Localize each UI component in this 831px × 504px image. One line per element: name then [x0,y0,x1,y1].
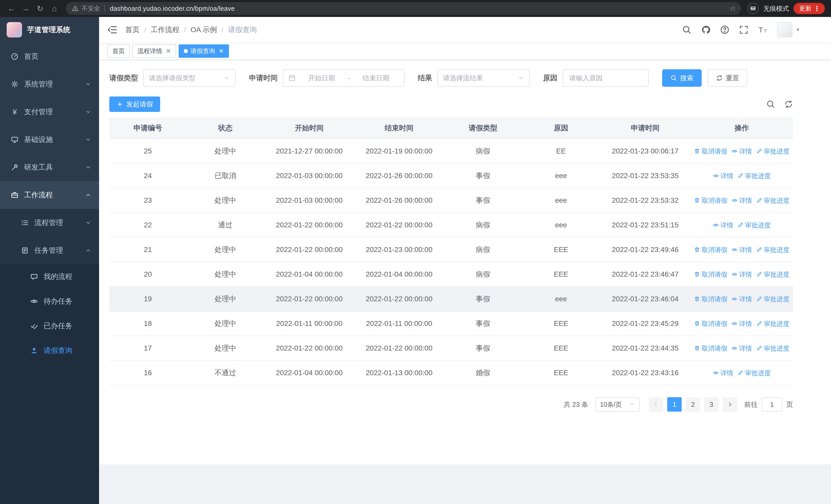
progress-action-link[interactable]: 审批进度 [756,147,790,155]
cell-end-time: 2022-01-11 00:00:00 [354,320,444,328]
page-size-select[interactable]: 10条/页 [595,397,639,412]
forward-button[interactable]: → [19,1,33,16]
table-row[interactable]: 16不通过2022-01-04 00:00:002022-01-13 00:00… [109,361,793,385]
reload-button[interactable]: ↻ [33,1,47,16]
table-row[interactable]: 19处理中2022-01-22 00:00:002022-01-22 00:00… [109,287,793,312]
detail-action-link[interactable]: 详情 [732,196,752,205]
sidebar-item-todo-tasks[interactable]: 待办任务 [0,289,99,314]
progress-action-link[interactable]: 审批进度 [737,221,771,230]
page-button-3[interactable]: 3 [704,397,719,412]
cancel-action-link[interactable]: 取消请假 [694,270,727,279]
user-menu[interactable]: ▼ [777,22,800,37]
progress-action-link[interactable]: 审批进度 [756,344,790,353]
font-size-icon[interactable]: TT [758,25,767,34]
sidebar-item-my-process[interactable]: 我的流程 [0,264,99,289]
url-text[interactable]: dashboard.yudao.iocoder.cn/bpm/oa/leave [110,5,729,12]
close-icon[interactable]: ✕ [219,48,224,54]
sidebar-item-leave-query[interactable]: 请假查询 [0,338,99,363]
cancel-action-link[interactable]: 取消请假 [694,344,727,353]
back-button[interactable]: ← [4,1,19,16]
progress-action-link[interactable]: 审批进度 [756,295,790,303]
table-row[interactable]: 24已取消2022-01-03 00:00:002022-01-26 00:00… [109,164,793,188]
tab-process-detail[interactable]: 流程详情 ✕ [133,45,176,58]
prev-page-button[interactable] [649,397,663,412]
bookmark-star-icon[interactable]: ☆ [729,4,736,13]
cancel-action-link[interactable]: 取消请假 [694,295,727,303]
detail-action-link[interactable]: 详情 [732,270,752,279]
page-button-1[interactable]: 1 [667,397,682,412]
sidebar-item-done-tasks[interactable]: 已办任务 [0,314,99,338]
sidebar-item-home[interactable]: 首页 [0,42,99,70]
github-icon[interactable] [701,25,710,34]
breadcrumb-workflow[interactable]: 工作流程 [151,25,179,35]
sidebar-item-devtools[interactable]: 研发工具 [0,153,99,181]
leave-type-select[interactable]: 请选择请假类型 [143,69,236,87]
collapse-sidebar-icon[interactable] [107,25,118,35]
sidebar-item-task-management[interactable]: 任务管理 [0,237,99,264]
table-row[interactable]: 20处理中2022-01-04 00:00:002022-01-04 00:00… [109,262,793,287]
progress-action-link[interactable]: 审批进度 [737,172,771,180]
reset-button[interactable]: 重置 [708,69,747,87]
address-bar[interactable]: 不安全 dashboard.yudao.iocoder.cn/bpm/oa/le… [66,2,741,15]
progress-action-link[interactable]: 审批进度 [756,270,790,279]
eye-icon [732,197,738,204]
tag-view-bar: 首页 流程详情 ✕ 请假查询 ✕ [99,42,831,60]
table-row[interactable]: 18处理中2022-01-11 00:00:002022-01-11 00:00… [109,312,793,336]
search-icon[interactable] [682,25,691,34]
progress-action-link[interactable]: 审批进度 [756,196,790,205]
chevron-right-icon [727,402,733,407]
sidebar-item-workflow[interactable]: 工作流程 [0,181,99,209]
update-button[interactable]: 更新 ⋮ [794,3,825,14]
sidebar-item-process-management[interactable]: 流程管理 [0,209,99,237]
next-page-button[interactable] [723,397,737,412]
cell-apply-id: 23 [109,196,186,205]
page-button-2[interactable]: 2 [686,397,700,412]
tab-home[interactable]: 首页 [107,45,130,58]
table-row[interactable]: 17处理中2022-01-22 00:00:002022-01-22 00:00… [109,336,793,361]
tab-leave-query[interactable]: 请假查询 ✕ [179,45,229,58]
goto-page-input[interactable] [762,397,782,412]
search-button[interactable]: 搜索 [662,69,701,87]
home-button[interactable]: ⌂ [47,1,62,16]
table-row[interactable]: 25处理中2021-12-27 00:00:002022-01-19 00:00… [109,139,793,164]
detail-action-link[interactable]: 详情 [732,147,752,155]
cancel-action-link[interactable]: 取消请假 [694,245,727,254]
sidebar-item-infra[interactable]: 基础设施 [0,126,99,153]
detail-action-link[interactable]: 详情 [732,344,752,353]
refresh-table-icon[interactable] [784,100,793,109]
leave-table: 申请编号状态开始时间结束时间请假类型原因申请时间操作 25处理中2021-12-… [109,118,793,385]
detail-action-link[interactable]: 详情 [713,172,733,180]
table-row[interactable]: 22通过2022-01-22 00:00:002022-01-22 00:00:… [109,213,793,238]
detail-action-link[interactable]: 详情 [713,369,733,377]
progress-action-link[interactable]: 审批进度 [756,320,790,328]
cancel-action-link[interactable]: 取消请假 [694,196,727,205]
cancel-action-link[interactable]: 取消请假 [694,147,727,155]
result-select[interactable]: 请选择流结果 [437,69,530,87]
sidebar-item-system[interactable]: 系统管理 [0,70,99,98]
sidebar-item-payment[interactable]: ¥ 支付管理 [0,98,99,126]
leave-type-label: 请假类型 [109,73,138,83]
close-icon[interactable]: ✕ [166,48,171,54]
cancel-action-link[interactable]: 取消请假 [694,320,727,328]
detail-action-link[interactable]: 详情 [732,320,752,328]
progress-action-link[interactable]: 审批进度 [756,245,790,254]
cell-start-time: 2022-01-22 00:00:00 [264,245,354,254]
toggle-search-icon[interactable] [766,100,775,109]
sidebar-menu: 首页 系统管理 ¥ 支付管理 基础设施 [0,42,99,209]
progress-action-link[interactable]: 审批进度 [737,369,771,377]
fullscreen-icon[interactable] [739,25,748,34]
browser-menu-icon[interactable]: ⋮ [811,5,822,12]
detail-action-link[interactable]: 详情 [713,221,733,230]
create-leave-button[interactable]: 发起请假 [109,96,160,112]
detail-action-link[interactable]: 详情 [732,295,752,303]
reason-input[interactable] [563,69,649,87]
help-icon[interactable] [720,25,729,34]
breadcrumb-home[interactable]: 首页 [125,25,140,35]
table-row[interactable]: 21处理中2022-01-22 00:00:002022-01-23 00:00… [109,238,793,262]
app-logo[interactable]: 芋道管理系统 [0,17,99,42]
cell-leave-type: 事假 [444,171,522,181]
detail-action-link[interactable]: 详情 [732,245,752,254]
apply-time-range-picker[interactable]: 开始日期 - 结束日期 [283,69,404,87]
table-row[interactable]: 23处理中2022-01-03 00:00:002022-01-26 00:00… [109,188,793,213]
breadcrumb-oa-example[interactable]: OA 示例 [191,25,217,35]
